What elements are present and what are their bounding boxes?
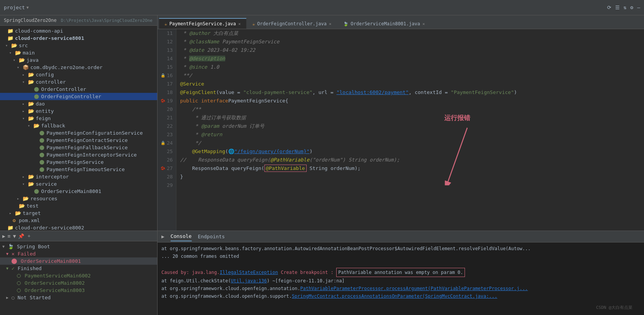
folder-icon: 📁 bbox=[7, 225, 14, 231]
sidebar-item-cloud-order-service8002[interactable]: 📁cloud-order-service8002 bbox=[0, 224, 157, 231]
sidebar-item-src[interactable]: ▾📂src bbox=[0, 42, 157, 49]
run-group-failed[interactable]: ▼ ✕ Failed bbox=[0, 250, 157, 257]
sidebar-item-target[interactable]: ▸📂target bbox=[0, 209, 157, 217]
project-dropdown-icon[interactable]: ▼ bbox=[27, 5, 29, 10]
sidebar-item-service[interactable]: ▾📂service bbox=[0, 180, 157, 188]
project-title[interactable]: project ▼ bbox=[4, 5, 29, 10]
line-num-19: 🫘19 bbox=[161, 97, 173, 105]
console-text-6: at org.springframework.cloud.openfeign.s… bbox=[161, 294, 497, 299]
sidebar-item-config[interactable]: ▸📂config bbox=[0, 71, 157, 78]
class-icon bbox=[38, 130, 45, 136]
line-num-28: 28 bbox=[161, 173, 173, 181]
tab-java-icon-2: ☕ bbox=[252, 21, 255, 26]
sidebar-item-java[interactable]: ▾📂java bbox=[0, 56, 157, 64]
tab-endpoints[interactable]: Endpoints bbox=[198, 232, 225, 241]
tab-close-1[interactable]: × bbox=[238, 21, 241, 26]
close-icon[interactable]: — bbox=[637, 5, 640, 10]
run-pin-icon[interactable]: 📌 bbox=[18, 233, 24, 239]
tab-payment-feign-service[interactable]: ☕ PaymentFeignService.java × bbox=[159, 18, 246, 29]
run-item-payment-6002[interactable]: PaymentServiceMain6002 bbox=[0, 272, 157, 279]
console-tabs: ▶ Console Endpoints bbox=[158, 231, 644, 242]
sidebar-tree[interactable]: 📁cloud-common-api 📁cloud-order-service80… bbox=[0, 26, 157, 231]
run-filter-icon[interactable]: ▼ bbox=[13, 233, 16, 239]
split-icon[interactable]: ⇅ bbox=[624, 5, 627, 10]
code-line-11: * @author 大白有点菜 bbox=[180, 29, 640, 38]
console-line-6: at org.springframework.cloud.openfeign.s… bbox=[161, 292, 640, 300]
run-group-finished[interactable]: ▼ ✓ Finished bbox=[0, 265, 157, 272]
tree-item-label: interceptor bbox=[36, 174, 69, 180]
run-item-order-8002[interactable]: OrderServiceMain8002 bbox=[0, 279, 157, 287]
sidebar-item-resources[interactable]: ▸📂resources bbox=[0, 195, 157, 202]
sidebar-item-OrderController[interactable]: OrderController bbox=[0, 86, 157, 93]
class-icon bbox=[33, 87, 40, 92]
run-list-icon[interactable]: ≡ bbox=[8, 233, 11, 239]
sidebar-item-pom.xml[interactable]: ⚙pom.xml bbox=[0, 217, 157, 224]
illegal-state-link[interactable]: IllegalStateException bbox=[220, 270, 278, 275]
tree-item-label: main bbox=[23, 50, 35, 56]
sync-icon[interactable]: ⟳ bbox=[607, 5, 611, 10]
folder-icon: 📂 bbox=[18, 203, 25, 209]
sidebar-item-PaymentFeignContractService[interactable]: PaymentFeignContractService bbox=[0, 137, 157, 144]
tab-console[interactable]: Console bbox=[171, 232, 192, 241]
tab-label-2: OrderFeignController.java bbox=[257, 21, 327, 26]
sidebar-item-fallback[interactable]: ▾📂fallback bbox=[0, 122, 157, 129]
run-group-spring-boot[interactable]: ▼ 🍃 Spring Boot bbox=[0, 243, 157, 250]
run-add-icon[interactable]: ＋ bbox=[27, 233, 32, 239]
sidebar-item-PaymentFeignConfigurationService[interactable]: PaymentFeignConfigurationService bbox=[0, 129, 157, 137]
sidebar-item-test[interactable]: 📂test bbox=[0, 202, 157, 209]
list-icon[interactable]: ☰ bbox=[615, 5, 620, 10]
run-item-order-8003[interactable]: OrderServiceMain8003 bbox=[0, 287, 157, 294]
run-item-order-service-8001[interactable]: OrderServiceMain8001 bbox=[0, 257, 157, 265]
code-line-17: @Service bbox=[180, 80, 640, 88]
tab-java-icon-1: ☕ bbox=[164, 21, 167, 26]
line-num-25: 25 bbox=[161, 147, 173, 156]
sidebar-item-entity[interactable]: ▸📂entity bbox=[0, 107, 157, 115]
finished-icon: ✓ bbox=[12, 266, 15, 271]
caused-by-prefix: Caused by: java.lang. bbox=[161, 270, 220, 275]
sidebar-item-feign[interactable]: ▾📂feign bbox=[0, 115, 157, 122]
tree-arrow: ▾ bbox=[17, 65, 22, 69]
sidebar-item-cloud-order-service8001[interactable]: 📁cloud-order-service8001 bbox=[0, 35, 157, 42]
sidebar-item-main[interactable]: ▾📂main bbox=[0, 49, 157, 56]
sidebar-item-cloud-common-api[interactable]: 📁cloud-common-api bbox=[0, 27, 157, 35]
sidebar-item-PaymentFeignFallbackService[interactable]: PaymentFeignFallbackService bbox=[0, 144, 157, 151]
settings-icon[interactable]: ⚙ bbox=[630, 5, 633, 10]
right-content: ☕ PaymentFeignService.java × ☕ OrderFeig… bbox=[158, 15, 644, 315]
folder-icon: 📂 bbox=[11, 43, 18, 48]
folder-icon: 📂 bbox=[28, 109, 35, 114]
run-group-not-started[interactable]: ▶ ○ Not Started bbox=[0, 294, 157, 301]
line-num-21: 21 bbox=[161, 114, 173, 122]
sidebar-item-dao[interactable]: ▸📂dao bbox=[0, 100, 157, 107]
code-line-21: * 通过订单号获取数据 bbox=[180, 114, 640, 122]
tab-order-feign-controller[interactable]: ☕ OrderFeignController.java × bbox=[247, 18, 337, 29]
sidebar-item-OrderFeignController[interactable]: OrderFeignController bbox=[0, 93, 157, 100]
sidebar-item-PaymentFeignInterceptorService[interactable]: PaymentFeignInterceptorService bbox=[0, 151, 157, 158]
xml-icon: ⚙ bbox=[11, 218, 18, 223]
finished-run-icon-2 bbox=[17, 281, 21, 285]
console-line-1: at org.springframework.beans.factory.ann… bbox=[161, 245, 640, 252]
sidebar-item-controller[interactable]: ▾📂controller bbox=[0, 78, 157, 86]
finished-run-icon-1 bbox=[17, 274, 21, 278]
sidebar-item-PaymentFeignTimeoutService[interactable]: PaymentFeignTimeoutService bbox=[0, 166, 157, 173]
code-content: * @author 大白有点菜 * @className PaymentFeig… bbox=[176, 29, 644, 231]
run-icon[interactable]: ▶ bbox=[2, 233, 5, 239]
tab-order-service-main[interactable]: 🍃 OrderServiceMain8001.java × bbox=[338, 18, 430, 29]
sidebar-item-com.dbydc.zero2one.order[interactable]: ▾📦com.dbydc.zero2one.order bbox=[0, 64, 157, 71]
code-line-16: **/ bbox=[180, 71, 640, 80]
sidebar-item-PaymentFeignService[interactable]: PaymentFeignService bbox=[0, 158, 157, 166]
spring-boot-label: Spring Boot bbox=[17, 244, 50, 249]
sidebar-item-OrderServiceMain8001[interactable]: OrderServiceMain8001 bbox=[0, 188, 157, 195]
code-editor[interactable]: 1112131415🔒161718🫘1920212223🔒242526🫘2728… bbox=[158, 29, 644, 231]
sidebar: SpringCloudZero2One D:\Projects\Java\Spr… bbox=[0, 15, 158, 315]
tab-close-2[interactable]: × bbox=[329, 21, 332, 26]
console-text-4: at feign.Util.checkState(Util.java:136) … bbox=[161, 278, 345, 284]
project-label: project bbox=[4, 5, 25, 10]
code-line-26: // ResponseData queryFeign(@PathVariable… bbox=[180, 156, 640, 164]
folder-icon: 📂 bbox=[28, 181, 35, 187]
tree-item-label: controller bbox=[36, 79, 66, 85]
sidebar-item-interceptor[interactable]: ▸📂interceptor bbox=[0, 173, 157, 180]
tree-item-label: OrderServiceMain8001 bbox=[41, 188, 101, 194]
console-text-5: at org.springframework.cloud.openfeign.a… bbox=[161, 286, 528, 291]
tab-close-3[interactable]: × bbox=[422, 21, 425, 26]
folder-icon: 📂 bbox=[28, 101, 35, 107]
